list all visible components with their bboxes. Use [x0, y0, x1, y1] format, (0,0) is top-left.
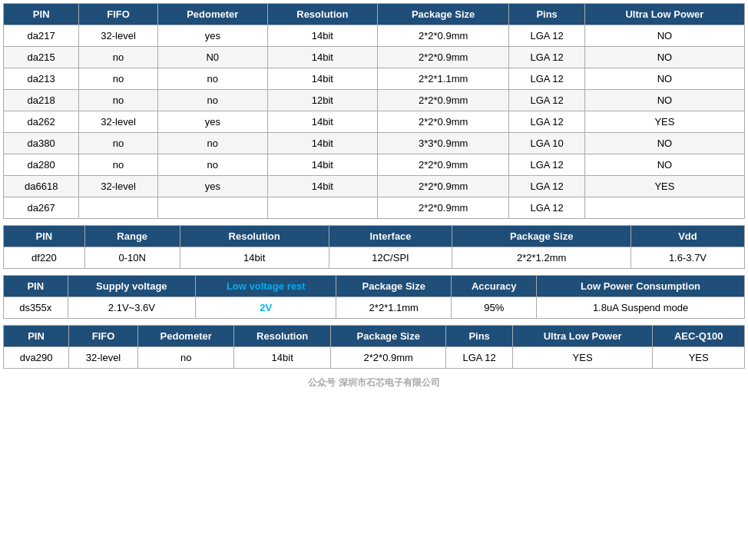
table-cell: NO	[584, 133, 744, 154]
table-row: da213nono14bit2*2*1.1mmLGA 12NO	[4, 68, 745, 90]
table-cell: 14bit	[180, 247, 329, 269]
table-cell: 2*2*1.2mm	[452, 247, 631, 269]
table-cell: N0	[157, 47, 267, 68]
table-cell: LGA 12	[509, 111, 584, 133]
table-cell: no	[157, 68, 267, 90]
watermark: 公众号 深圳市石芯电子有限公司	[3, 375, 745, 391]
table-row: da380nono14bit3*3*0.9mmLGA 10NO	[4, 133, 745, 154]
column-header-5: Pins	[446, 326, 512, 347]
table-cell: no	[157, 90, 267, 111]
table-row: da215noN014bit2*2*0.9mmLGA 12NO	[4, 47, 745, 68]
column-header-0: PIN	[4, 276, 68, 297]
column-header-1: Supply voltage	[68, 276, 196, 297]
table-cell: 2*2*0.9mm	[377, 111, 509, 133]
table-cell: 2*2*0.9mm	[330, 347, 446, 369]
table-cell: 1.6-3.7V	[631, 247, 744, 269]
table4: PINFIFOPedometerResolutionPackage SizePi…	[3, 325, 745, 369]
column-header-0: PIN	[4, 326, 69, 347]
table-cell: 32-level	[79, 25, 157, 47]
table-cell: no	[79, 68, 157, 90]
table-cell: LGA 12	[509, 197, 584, 219]
column-header-2: Low voltage rest	[196, 276, 336, 297]
table-cell: 2*2*0.9mm	[377, 197, 509, 219]
column-header-7: AEC-Q100	[653, 326, 745, 347]
table-cell: LGA 12	[509, 47, 584, 68]
table-cell: yes	[157, 176, 267, 197]
table3: PINSupply voltageLow voltage restPackage…	[3, 275, 745, 319]
column-header-6: Ultra Low Power	[584, 4, 744, 25]
table-row: da21732-levelyes14bit2*2*0.9mmLGA 12NO	[4, 25, 745, 47]
page-wrapper: PINFIFOPedometerResolutionPackage SizePi…	[0, 0, 748, 394]
table-cell: YES	[653, 347, 745, 369]
table-cell: LGA 12	[509, 90, 584, 111]
column-header-5: Vdd	[631, 226, 744, 247]
table-cell: 32-level	[79, 111, 157, 133]
table-cell: da215	[4, 47, 79, 68]
table-cell: LGA 12	[509, 68, 584, 90]
table-cell: no	[157, 154, 267, 176]
table-row: da218nono12bit2*2*0.9mmLGA 12NO	[4, 90, 745, 111]
column-header-2: Resolution	[180, 226, 329, 247]
table-cell: LGA 12	[509, 154, 584, 176]
column-header-6: Ultra Low Power	[512, 326, 653, 347]
table-cell: 12C/SPI	[329, 247, 452, 269]
column-header-4: Package Size	[330, 326, 446, 347]
table-cell: 2*2*0.9mm	[377, 154, 509, 176]
table-cell: da218	[4, 90, 79, 111]
column-header-1: FIFO	[69, 326, 138, 347]
table-cell: no	[79, 47, 157, 68]
table-cell: da267	[4, 197, 79, 219]
column-header-3: Resolution	[234, 326, 330, 347]
table-cell: dva290	[4, 347, 69, 369]
table-cell: yes	[157, 111, 267, 133]
table-cell: 2.1V~3.6V	[68, 297, 196, 319]
table-cell: no	[157, 133, 267, 154]
table-cell: df220	[4, 247, 85, 269]
table-row: da280nono14bit2*2*0.9mmLGA 12NO	[4, 154, 745, 176]
table-cell: 14bit	[267, 111, 377, 133]
column-header-4: Package Size	[377, 4, 509, 25]
table-cell: LGA 12	[509, 176, 584, 197]
table-cell: 32-level	[69, 347, 138, 369]
table-row: da2672*2*0.9mmLGA 12	[4, 197, 745, 219]
table-cell: da262	[4, 111, 79, 133]
table-cell: 2V	[196, 297, 336, 319]
table-cell: YES	[584, 111, 744, 133]
table-cell: 14bit	[267, 176, 377, 197]
table-cell: 2*2*1.1mm	[377, 68, 509, 90]
table-cell: ds355x	[4, 297, 68, 319]
table-row: da661832-levelyes14bit2*2*0.9mmLGA 12YES	[4, 176, 745, 197]
table-row: dva29032-levelno14bit2*2*0.9mmLGA 12YESY…	[4, 347, 745, 369]
table-cell: da217	[4, 25, 79, 47]
table-cell: NO	[584, 90, 744, 111]
column-header-5: Low Power Consumption	[537, 276, 745, 297]
table-cell: 14bit	[267, 154, 377, 176]
column-header-1: Range	[84, 226, 180, 247]
table-cell: LGA 12	[446, 347, 512, 369]
table-cell: da280	[4, 154, 79, 176]
table-cell: LGA 12	[509, 25, 584, 47]
table-cell: yes	[157, 25, 267, 47]
table-cell: 1.8uA Suspend mode	[537, 297, 745, 319]
table-row: ds355x2.1V~3.6V2V2*2*1.1mm95%1.8uA Suspe…	[4, 297, 745, 319]
table-cell: YES	[512, 347, 653, 369]
table-cell: no	[79, 133, 157, 154]
column-header-0: PIN	[4, 4, 79, 25]
table-cell: da380	[4, 133, 79, 154]
table-cell: da6618	[4, 176, 79, 197]
table-cell: no	[79, 90, 157, 111]
table-cell	[79, 197, 157, 219]
table-cell: 2*2*0.9mm	[377, 25, 509, 47]
table-cell: 14bit	[234, 347, 330, 369]
table-cell: YES	[584, 176, 744, 197]
table-cell: LGA 10	[509, 133, 584, 154]
column-header-3: Resolution	[267, 4, 377, 25]
table2: PINRangeResolutionInterfacePackage SizeV…	[3, 225, 745, 269]
table-cell: 2*2*0.9mm	[377, 176, 509, 197]
table-cell: NO	[584, 68, 744, 90]
column-header-5: Pins	[509, 4, 584, 25]
table-cell: 2*2*0.9mm	[377, 47, 509, 68]
table-cell: 32-level	[79, 176, 157, 197]
column-header-3: Interface	[329, 226, 452, 247]
table-cell	[157, 197, 267, 219]
